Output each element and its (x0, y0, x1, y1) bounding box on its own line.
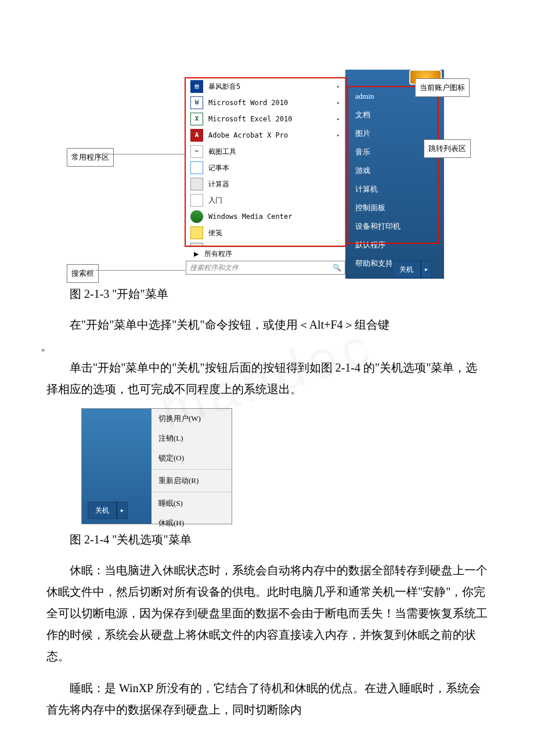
all-programs-item[interactable]: ▶ 所有程序 (186, 247, 345, 261)
shutdown-button-2[interactable]: 关机 (88, 502, 117, 519)
logoff-item[interactable]: 注销(L) (151, 429, 232, 448)
chevron-right-icon: ▶ (194, 248, 199, 260)
label-jump-list: 跳转列表区 (424, 139, 471, 158)
red-box-jumplist (347, 86, 439, 244)
shutdown-button-group: 关机 ▸ (392, 261, 432, 278)
lock-item[interactable]: 锁定(O) (151, 448, 232, 468)
menu-separator (151, 492, 232, 492)
shutdown-options-left-panel: 关机 ▸ (82, 409, 151, 524)
figure-1-caption: 图 2-1-3 "开始"菜单 (46, 283, 488, 305)
search-icon: 🔍 (333, 261, 341, 274)
figure-2-caption: 图 2-1-4 "关机选项"菜单 (46, 529, 488, 550)
all-programs-label: 所有程序 (204, 247, 232, 260)
restart-item[interactable]: 重新启动(R) (151, 471, 232, 491)
figure-shutdown-options: 关机 ▸ 切换用户(W) 注销(L) 锁定(O) 重新启动(R) 睡眠(S) 休… (81, 408, 232, 524)
search-placeholder: 搜索程序和文件 (190, 261, 239, 274)
red-box-programs (185, 77, 347, 247)
figure-start-menu: ▤暴风影音5▸WMicrosoft Word 2010▸XMicrosoft E… (46, 70, 488, 279)
search-input[interactable]: 搜索程序和文件 🔍 (186, 261, 345, 275)
label-programs-area: 常用程序区 (67, 148, 114, 167)
paragraph-3: 休眠：当电脑进入休眠状态时，系统会自动将内存中的数据全部转存到硬盘上一个休眠文件… (46, 560, 488, 667)
switch-user-item[interactable]: 切换用户(W) (151, 409, 232, 429)
shutdown-button[interactable]: 关机 (392, 261, 421, 278)
sleep-item[interactable]: 睡眠(S) (151, 494, 232, 513)
label-account-icon: 当前账户图标 (415, 78, 470, 97)
paragraph-1: 在"开始"菜单中选择"关机"命令按钮，或使用＜Alt+F4＞组合键 (46, 314, 488, 336)
shutdown-options-menu: 切换用户(W) 注销(L) 锁定(O) 重新启动(R) 睡眠(S) 休眠(H) (151, 409, 232, 524)
paragraph-1-tail: 。 (41, 336, 488, 357)
paragraph-4: 睡眠：是 WinXP 所没有的，它结合了待机和休眠的优点。在进入睡眠时，系统会首… (46, 678, 488, 721)
menu-separator (151, 469, 232, 470)
label-search: 搜索框 (67, 264, 99, 283)
paragraph-2: 单击"开始"菜单中的"关机"按钮后面的按钮得到如图 2-1-4 的"关机选项"菜… (46, 357, 488, 400)
shutdown-arrow-2[interactable]: ▸ (117, 502, 128, 519)
shutdown-options-arrow-button[interactable]: ▸ (421, 261, 432, 278)
